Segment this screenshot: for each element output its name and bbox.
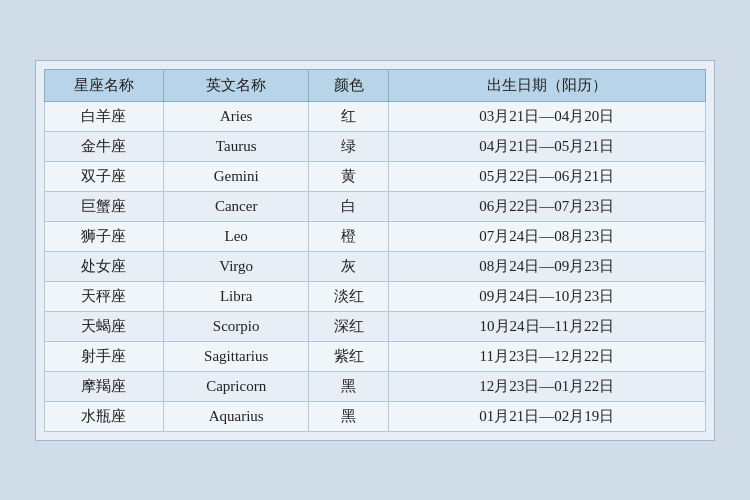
cell-chinese: 巨蟹座 — [45, 191, 164, 221]
cell-english: Libra — [163, 281, 308, 311]
table-row: 金牛座Taurus绿04月21日—05月21日 — [45, 131, 706, 161]
cell-english: Gemini — [163, 161, 308, 191]
cell-chinese: 水瓶座 — [45, 401, 164, 431]
table-row: 处女座Virgo灰08月24日—09月23日 — [45, 251, 706, 281]
cell-color: 白 — [309, 191, 388, 221]
cell-date: 05月22日—06月21日 — [388, 161, 705, 191]
cell-chinese: 天蝎座 — [45, 311, 164, 341]
cell-chinese: 狮子座 — [45, 221, 164, 251]
cell-date: 08月24日—09月23日 — [388, 251, 705, 281]
cell-date: 04月21日—05月21日 — [388, 131, 705, 161]
cell-date: 12月23日—01月22日 — [388, 371, 705, 401]
cell-color: 灰 — [309, 251, 388, 281]
zodiac-table: 星座名称 英文名称 颜色 出生日期（阳历） 白羊座Aries红03月21日—04… — [44, 69, 706, 432]
cell-date: 01月21日—02月19日 — [388, 401, 705, 431]
cell-chinese: 射手座 — [45, 341, 164, 371]
cell-english: Leo — [163, 221, 308, 251]
cell-english: Virgo — [163, 251, 308, 281]
cell-date: 07月24日—08月23日 — [388, 221, 705, 251]
cell-chinese: 金牛座 — [45, 131, 164, 161]
table-row: 巨蟹座Cancer白06月22日—07月23日 — [45, 191, 706, 221]
cell-date: 03月21日—04月20日 — [388, 101, 705, 131]
table-row: 水瓶座Aquarius黑01月21日—02月19日 — [45, 401, 706, 431]
table-row: 狮子座Leo橙07月24日—08月23日 — [45, 221, 706, 251]
table-row: 天秤座Libra淡红09月24日—10月23日 — [45, 281, 706, 311]
cell-color: 深红 — [309, 311, 388, 341]
cell-date: 10月24日—11月22日 — [388, 311, 705, 341]
cell-date: 06月22日—07月23日 — [388, 191, 705, 221]
cell-color: 黑 — [309, 401, 388, 431]
header-english: 英文名称 — [163, 69, 308, 101]
cell-color: 黄 — [309, 161, 388, 191]
cell-color: 紫红 — [309, 341, 388, 371]
cell-date: 11月23日—12月22日 — [388, 341, 705, 371]
cell-english: Aquarius — [163, 401, 308, 431]
cell-chinese: 双子座 — [45, 161, 164, 191]
cell-date: 09月24日—10月23日 — [388, 281, 705, 311]
header-date: 出生日期（阳历） — [388, 69, 705, 101]
table-row: 天蝎座Scorpio深红10月24日—11月22日 — [45, 311, 706, 341]
cell-english: Taurus — [163, 131, 308, 161]
cell-chinese: 摩羯座 — [45, 371, 164, 401]
cell-color: 黑 — [309, 371, 388, 401]
cell-english: Capricorn — [163, 371, 308, 401]
table-row: 白羊座Aries红03月21日—04月20日 — [45, 101, 706, 131]
table-header-row: 星座名称 英文名称 颜色 出生日期（阳历） — [45, 69, 706, 101]
cell-color: 红 — [309, 101, 388, 131]
cell-english: Cancer — [163, 191, 308, 221]
zodiac-table-container: 星座名称 英文名称 颜色 出生日期（阳历） 白羊座Aries红03月21日—04… — [35, 60, 715, 441]
cell-chinese: 白羊座 — [45, 101, 164, 131]
table-row: 双子座Gemini黄05月22日—06月21日 — [45, 161, 706, 191]
table-row: 摩羯座Capricorn黑12月23日—01月22日 — [45, 371, 706, 401]
cell-english: Scorpio — [163, 311, 308, 341]
cell-english: Aries — [163, 101, 308, 131]
cell-color: 绿 — [309, 131, 388, 161]
cell-color: 橙 — [309, 221, 388, 251]
cell-chinese: 天秤座 — [45, 281, 164, 311]
header-color: 颜色 — [309, 69, 388, 101]
table-row: 射手座Sagittarius紫红11月23日—12月22日 — [45, 341, 706, 371]
cell-english: Sagittarius — [163, 341, 308, 371]
header-chinese: 星座名称 — [45, 69, 164, 101]
cell-color: 淡红 — [309, 281, 388, 311]
cell-chinese: 处女座 — [45, 251, 164, 281]
